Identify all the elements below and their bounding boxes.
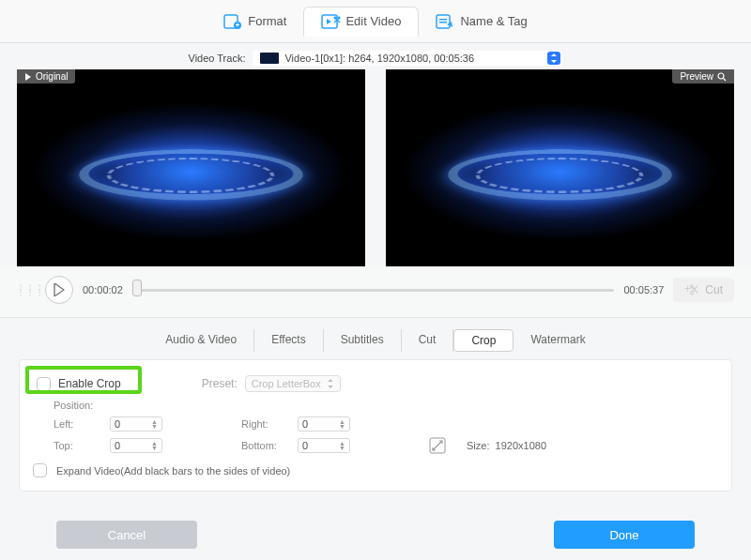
- slider-knob-icon[interactable]: [132, 280, 142, 296]
- svg-rect-3: [238, 23, 238, 26]
- top-value: 0: [115, 440, 120, 451]
- svg-point-5: [334, 16, 337, 19]
- subtab-effects[interactable]: Effects: [254, 329, 323, 352]
- tab-name-tag[interactable]: Name & Tag: [419, 8, 544, 36]
- tab-edit-video[interactable]: Edit Video: [303, 7, 419, 37]
- crop-panel: Enable Crop Preset: Crop LetterBox Posit…: [19, 359, 732, 492]
- drag-dots-icon[interactable]: ⋮⋮⋮⋮⋮⋮: [17, 284, 36, 295]
- sub-tab-bar: Audio & Video Effects Subtitles Cut Crop…: [0, 318, 751, 359]
- top-stepper[interactable]: 0▲▼: [110, 438, 162, 453]
- left-value: 0: [115, 418, 120, 430]
- subtab-subtitles-label: Subtitles: [341, 333, 384, 346]
- svg-text:+: +: [684, 283, 691, 295]
- svg-point-10: [718, 73, 724, 79]
- preset-value: Crop LetterBox: [252, 378, 321, 389]
- edit-video-icon: [321, 13, 340, 30]
- aspect-lock-icon[interactable]: [429, 437, 446, 454]
- cancel-button-label: Cancel: [108, 528, 146, 542]
- done-button[interactable]: Done: [554, 521, 695, 549]
- tab-format-label: Format: [248, 14, 286, 28]
- subtab-subtitles[interactable]: Subtitles: [324, 329, 402, 352]
- done-button-label: Done: [609, 528, 638, 542]
- video-track-select[interactable]: Video-1[0x1]: h264, 1920x1080, 00:05:36: [253, 51, 562, 66]
- preview-badge-label: Preview: [680, 71, 713, 82]
- preview-area: Original Preview: [0, 69, 751, 266]
- original-video-pane[interactable]: Original: [17, 69, 365, 266]
- scissors-plus-icon: +: [684, 283, 699, 296]
- svg-point-6: [338, 16, 341, 19]
- top-label: Top:: [54, 440, 110, 451]
- tab-format[interactable]: Format: [207, 8, 303, 36]
- right-stepper[interactable]: 0▲▼: [298, 416, 350, 431]
- cut-button-label: Cut: [705, 283, 723, 296]
- total-time: 00:05:37: [623, 284, 664, 295]
- name-tag-icon: [436, 13, 454, 30]
- svg-rect-8: [439, 19, 447, 21]
- left-label: Left:: [54, 418, 110, 430]
- right-label: Right:: [241, 418, 298, 430]
- track-thumb-icon: [260, 53, 279, 64]
- subtab-audio-video-label: Audio & Video: [165, 333, 237, 346]
- tab-edit-video-label: Edit Video: [345, 14, 401, 28]
- current-time: 00:00:02: [83, 284, 123, 295]
- original-badge-label: Original: [36, 71, 68, 82]
- subtab-cut[interactable]: Cut: [402, 329, 454, 352]
- bottom-stepper[interactable]: 0▲▼: [298, 438, 350, 453]
- svg-rect-9: [439, 22, 447, 23]
- size-value: 1920x1080: [496, 440, 546, 451]
- magnifier-icon: [717, 72, 727, 82]
- timeline-row: ⋮⋮⋮⋮⋮⋮ 00:00:02 00:05:37 + Cut: [0, 266, 751, 318]
- enable-crop-label: Enable Crop: [58, 377, 121, 390]
- select-arrows-icon: [327, 379, 334, 388]
- expand-video-checkbox[interactable]: [33, 463, 47, 477]
- play-button[interactable]: [45, 276, 73, 304]
- subtab-watermark[interactable]: Watermark: [513, 329, 602, 352]
- subtab-effects-label: Effects: [271, 333, 305, 346]
- svg-point-14: [691, 292, 694, 295]
- size-label: Size:: [467, 440, 489, 451]
- preset-select[interactable]: Crop LetterBox: [245, 375, 341, 392]
- left-stepper[interactable]: 0▲▼: [110, 416, 162, 431]
- svg-line-11: [724, 78, 727, 81]
- tab-name-tag-label: Name & Tag: [460, 14, 527, 28]
- cut-button[interactable]: + Cut: [673, 278, 734, 302]
- expand-video-label: Expand Video(Add black bars to the sides…: [56, 465, 290, 477]
- original-badge: Original: [17, 69, 75, 83]
- play-icon: [54, 283, 65, 296]
- subtab-cut-label: Cut: [419, 333, 437, 346]
- video-track-row: Video Track: Video-1[0x1]: h264, 1920x10…: [0, 43, 751, 69]
- preset-label: Preset:: [202, 377, 238, 390]
- main-tab-bar: Format Edit Video Name & Tag: [0, 0, 751, 43]
- footer-buttons: Cancel Done: [0, 521, 751, 549]
- right-value: 0: [302, 418, 308, 430]
- bottom-label: Bottom:: [241, 440, 298, 451]
- bottom-value: 0: [302, 440, 308, 451]
- timeline-slider[interactable]: [132, 281, 615, 298]
- video-track-value: Video-1[0x1]: h264, 1920x1080, 00:05:36: [284, 53, 474, 64]
- enable-crop-checkbox[interactable]: [37, 377, 51, 391]
- position-label: Position:: [33, 396, 718, 411]
- dropdown-arrows-icon: [547, 52, 560, 65]
- preview-video-pane[interactable]: Preview: [386, 69, 734, 266]
- format-icon: [223, 13, 242, 30]
- subtab-watermark-label: Watermark: [530, 333, 585, 346]
- subtab-crop-label: Crop: [471, 334, 496, 347]
- preview-badge: Preview: [672, 69, 734, 83]
- play-triangle-icon: [24, 73, 32, 81]
- subtab-audio-video[interactable]: Audio & Video: [148, 329, 254, 352]
- video-track-label: Video Track:: [189, 53, 246, 64]
- subtab-crop[interactable]: Crop: [453, 329, 513, 352]
- cancel-button[interactable]: Cancel: [56, 521, 197, 549]
